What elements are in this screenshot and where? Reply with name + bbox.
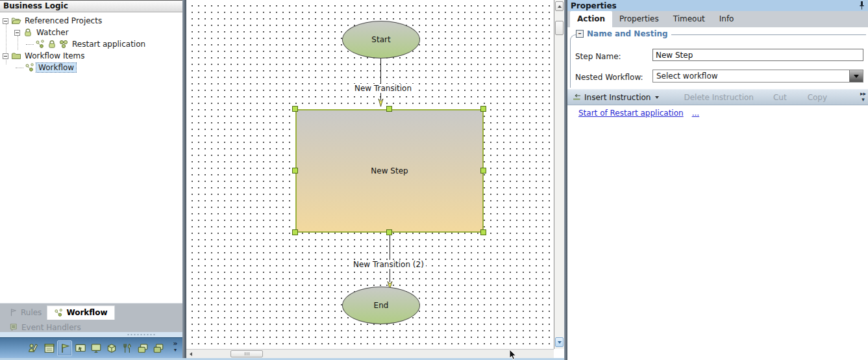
collapse-group-button[interactable]: – [576, 30, 584, 38]
step-name-label: Step Name: [575, 52, 621, 61]
tree-dotted-connector [16, 68, 23, 68]
resize-handle-sw[interactable] [292, 229, 298, 235]
monitor-icon [90, 342, 102, 354]
tree-item-watcher[interactable]: Watcher [0, 27, 182, 38]
flag-icon [59, 342, 71, 354]
dropdown-button[interactable] [849, 70, 863, 82]
collapse-expander-icon[interactable] [14, 30, 20, 36]
transition1-arrowhead-icon [378, 99, 384, 107]
tools-icon [121, 342, 133, 354]
scroll-down-button[interactable] [555, 337, 564, 347]
tab-action[interactable]: Action [570, 11, 612, 27]
tab-timeout[interactable]: Timeout [666, 11, 712, 27]
tree-item-label-selected: Workflow [36, 63, 76, 72]
insert-instruction-button[interactable]: Insert Instruction [572, 93, 659, 102]
window-list-icon [43, 342, 55, 354]
nested-workflow-select[interactable]: Select workflow [652, 70, 863, 83]
canvas-horizontal-scrollbar[interactable] [186, 349, 554, 358]
tree-item-label: Restart application [70, 40, 147, 49]
resize-handle-se[interactable] [480, 229, 486, 235]
tab-workflow[interactable]: Workflow [47, 305, 114, 320]
copy-button[interactable]: Copy [808, 93, 827, 102]
resize-handle-nw[interactable] [292, 106, 298, 112]
tree-guide-line [18, 36, 18, 50]
users-edit-icon [28, 342, 40, 354]
tools-button[interactable] [119, 341, 134, 356]
tree-item-label: Referenced Projects [23, 16, 104, 25]
pin-icon[interactable] [859, 1, 865, 10]
toolbar-overflow-button[interactable]: »▾ [170, 341, 180, 354]
tab-label: Rules [21, 308, 42, 317]
lock-icon [23, 27, 33, 38]
horizontal-splitter[interactable] [0, 332, 182, 337]
delete-instruction-button[interactable]: Delete Instruction [684, 93, 753, 102]
cut-button[interactable]: Cut [773, 93, 787, 102]
layers-icon [153, 342, 164, 354]
step-node-label: New Step [371, 166, 408, 175]
thumb-grip [247, 352, 247, 355]
collapse-expander-icon[interactable] [3, 18, 8, 24]
transition1-label[interactable]: New Transition [353, 84, 414, 93]
tab-info[interactable]: Info [712, 11, 741, 27]
resize-handle-e[interactable] [480, 168, 486, 174]
tab-label: Event Handlers [21, 323, 81, 332]
workflow-icon [25, 62, 35, 73]
vertical-scroll-thumb[interactable] [555, 21, 564, 35]
resize-handle-ne[interactable] [480, 106, 486, 112]
workflow-icon [35, 39, 45, 49]
properties-tab-strip: Action Properties Timeout Info [567, 11, 868, 27]
resize-handle-s[interactable] [386, 229, 392, 235]
transition1-line[interactable] [380, 58, 381, 100]
cube-button[interactable] [104, 341, 119, 356]
business-logic-panel: Business Logic Referenced Projects Watch… [0, 0, 182, 360]
resize-handle-w[interactable] [292, 168, 298, 174]
business-logic-tree: Referenced Projects Watcher Restart appl… [0, 12, 182, 303]
splitter-grip-dots [127, 333, 155, 336]
flag-button[interactable] [57, 341, 72, 356]
folder-icon [11, 51, 21, 61]
start-node[interactable]: Start [342, 21, 420, 58]
tree-item-workflow-items[interactable]: Workflow Items [0, 50, 182, 62]
tab-properties[interactable]: Properties [612, 11, 666, 27]
triangle-down-icon [558, 341, 562, 344]
users-edit-button[interactable] [26, 341, 41, 356]
transition2-label[interactable]: New Transition (2) [351, 260, 426, 269]
action-tab-content: – Name and Nesting Step Name: Nested Wor… [567, 27, 868, 360]
workflow-designer-canvas[interactable]: Start New Transition New Step New Transi… [186, 0, 554, 349]
triangle-left-icon [190, 352, 192, 356]
scroll-up-button[interactable] [555, 1, 564, 11]
step-node-selected[interactable]: New Step [295, 109, 484, 233]
panel-title: Business Logic [0, 1, 182, 12]
nested-workflow-label: Nested Workflow: [575, 73, 643, 82]
tab-rules[interactable]: Rules [4, 307, 47, 318]
lock-icon [47, 39, 57, 49]
tab-label: Workflow [66, 308, 107, 317]
collapse-expander-icon[interactable] [3, 53, 8, 59]
window-list-button[interactable] [42, 341, 56, 356]
instruction-list: Start of Restart application ... [578, 109, 699, 118]
step-name-input[interactable] [652, 49, 863, 61]
layers-button[interactable] [151, 341, 166, 356]
copy-windows-button[interactable] [135, 341, 150, 356]
start-of-restart-application-link[interactable]: Start of Restart application [578, 109, 684, 118]
tree-item-label: Workflow Items [23, 51, 86, 60]
cube-icon [106, 342, 118, 354]
flag-icon [9, 308, 18, 317]
tree-item-workflow[interactable]: Workflow [0, 62, 182, 73]
insert-arrow-icon [572, 94, 582, 101]
tree-item-referenced-projects[interactable]: Referenced Projects [0, 15, 182, 27]
monitor-button[interactable] [88, 341, 103, 356]
selected-option: Select workflow [656, 71, 718, 81]
canvas-vertical-scrollbar[interactable] [554, 0, 564, 349]
bottom-tab-strip: Rules Workflow Event Handlers [0, 303, 182, 332]
screen-pointer-icon [75, 342, 86, 354]
screen-pointer-button[interactable] [73, 341, 88, 356]
tree-item-restart-application[interactable]: Restart application [0, 38, 182, 50]
horizontal-scroll-thumb[interactable] [230, 350, 263, 357]
transition2-line[interactable] [390, 235, 390, 282]
toolbar-overflow-button[interactable]: ▸▸▾ [860, 91, 866, 103]
resize-handle-n[interactable] [386, 106, 392, 112]
end-node[interactable]: End [342, 287, 420, 324]
more-link[interactable]: ... [692, 109, 699, 118]
bottom-toolbar: »▾ [0, 337, 182, 358]
